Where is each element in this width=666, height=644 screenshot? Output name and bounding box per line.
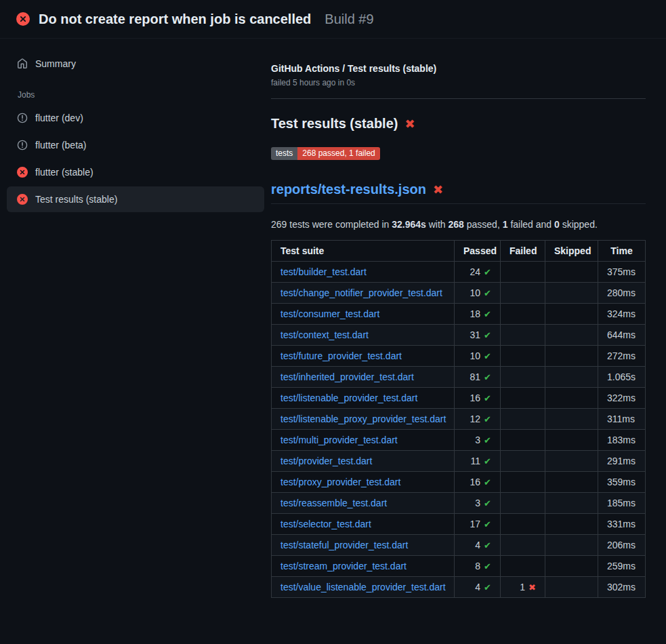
count-value: 10	[470, 350, 481, 361]
passed-cell: 31✔	[455, 325, 501, 346]
failed-cell	[501, 514, 545, 535]
run-header: Do not create report when job is cancell…	[0, 0, 666, 39]
time-cell: 259ms	[598, 556, 646, 577]
skipped-cell	[545, 493, 598, 514]
passed-cell: 10✔	[455, 346, 501, 367]
table-row: test/reassemble_test.dart3✔185ms	[272, 493, 646, 514]
failed-x-icon: ✖	[404, 118, 415, 130]
report-file-link[interactable]: reports/test-results.json	[271, 182, 426, 197]
count-value: 8	[475, 561, 480, 571]
table-row: test/consumer_test.dart18✔324ms	[272, 304, 646, 325]
skipped-cell	[545, 409, 598, 430]
check-icon: ✔	[484, 498, 491, 508]
failed-cell	[501, 472, 545, 493]
count-value: 3	[475, 435, 480, 445]
time-cell: 291ms	[598, 451, 646, 472]
check-icon: ✔	[484, 414, 491, 424]
passed-cell: 81✔	[455, 367, 501, 388]
count-value: 81	[470, 371, 481, 382]
test-suite-link[interactable]: test/inherited_provider_test.dart	[280, 371, 414, 382]
table-row: test/inherited_provider_test.dart81✔1.06…	[272, 367, 646, 388]
time-cell: 324ms	[598, 304, 646, 325]
summary-text: 269 tests were completed in	[271, 219, 392, 230]
count-value: 18	[470, 308, 481, 319]
skipped-cell	[545, 262, 598, 283]
check-icon: ✔	[484, 393, 491, 403]
test-suite-link[interactable]: test/provider_test.dart	[280, 456, 372, 466]
neutral-status-icon	[17, 113, 28, 123]
failed-cell	[501, 430, 545, 451]
sidebar-item-summary[interactable]: Summary	[7, 51, 264, 77]
build-number: Build #9	[325, 12, 373, 27]
jobs-sidebar: Summary Jobs flutter (dev) flutter (beta…	[0, 39, 271, 214]
failed-cell: 1✖	[501, 577, 545, 598]
suite-cell: test/multi_provider_test.dart	[272, 430, 455, 451]
passed-cell: 4✔	[455, 577, 501, 598]
test-suite-link[interactable]: test/selector_test.dart	[280, 519, 371, 529]
failed-x-icon: ✖	[433, 184, 443, 196]
passed-cell: 24✔	[455, 262, 501, 283]
passed-cell: 10✔	[455, 283, 501, 304]
test-suite-link[interactable]: test/builder_test.dart	[280, 266, 367, 277]
test-suite-link[interactable]: test/stream_provider_test.dart	[280, 561, 407, 571]
test-suite-link[interactable]: test/listenable_provider_test.dart	[280, 393, 417, 403]
suite-cell: test/selector_test.dart	[272, 514, 455, 535]
home-icon	[17, 58, 28, 69]
test-suite-link[interactable]: test/listenable_proxy_provider_test.dart	[280, 414, 446, 424]
test-summary-text: 269 tests were completed in 32.964s with…	[271, 219, 646, 230]
passed-cell: 3✔	[455, 493, 501, 514]
skipped-cell	[545, 283, 598, 304]
check-icon: ✔	[484, 372, 491, 382]
count-value: 16	[470, 477, 481, 487]
test-suite-link[interactable]: test/reassemble_test.dart	[280, 498, 387, 508]
test-results-table: Test suite Passed Failed Skipped Time te…	[271, 240, 646, 598]
check-icon: ✔	[484, 351, 491, 361]
count-value: 24	[470, 266, 481, 277]
suite-cell: test/future_provider_test.dart	[272, 346, 455, 367]
sidebar-item-flutter-dev[interactable]: flutter (dev)	[7, 105, 264, 131]
table-row: test/selector_test.dart17✔331ms	[272, 514, 646, 535]
sidebar-item-test-results-stable[interactable]: Test results (stable)	[7, 186, 264, 212]
test-suite-link[interactable]: test/stateful_provider_test.dart	[280, 540, 408, 550]
table-row: test/builder_test.dart24✔375ms	[272, 262, 646, 283]
table-row: test/provider_test.dart11✔291ms	[272, 451, 646, 472]
test-suite-link[interactable]: test/context_test.dart	[280, 329, 369, 340]
passed-cell: 8✔	[455, 556, 501, 577]
count-value: 10	[470, 287, 481, 298]
count-value: 31	[470, 329, 481, 340]
passed-cell: 16✔	[455, 388, 501, 409]
check-icon: ✔	[484, 456, 491, 466]
test-suite-link[interactable]: test/proxy_provider_test.dart	[280, 477, 400, 487]
summary-passed-count: 268	[449, 219, 464, 230]
sidebar-item-flutter-beta[interactable]: flutter (beta)	[7, 132, 264, 158]
time-cell: 183ms	[598, 430, 646, 451]
suite-cell: test/reassemble_test.dart	[272, 493, 455, 514]
check-icon: ✔	[484, 582, 491, 592]
test-suite-link[interactable]: test/change_notifier_provider_test.dart	[280, 287, 442, 298]
time-cell: 322ms	[598, 388, 646, 409]
table-row: test/change_notifier_provider_test.dart1…	[272, 283, 646, 304]
count-value: 16	[470, 393, 481, 403]
skipped-cell	[545, 325, 598, 346]
failed-cell	[501, 367, 545, 388]
test-suite-link[interactable]: test/consumer_test.dart	[280, 308, 379, 319]
run-title: Do not create report when job is cancell…	[39, 12, 311, 27]
passed-cell: 18✔	[455, 304, 501, 325]
passed-cell: 12✔	[455, 409, 501, 430]
test-suite-link[interactable]: test/multi_provider_test.dart	[280, 435, 398, 445]
sidebar-summary-label: Summary	[35, 58, 76, 69]
test-suite-link[interactable]: test/value_listenable_provider_test.dart	[280, 582, 446, 592]
job-label: Test results (stable)	[35, 194, 117, 205]
sidebar-item-flutter-stable[interactable]: flutter (stable)	[7, 159, 264, 185]
count-value: 4	[475, 582, 480, 592]
test-suite-link[interactable]: test/future_provider_test.dart	[280, 350, 402, 361]
time-cell: 359ms	[598, 472, 646, 493]
report-heading: reports/test-results.json ✖	[271, 182, 646, 204]
breadcrumb: GitHub Actions / Test results (stable)	[271, 63, 646, 74]
time-cell: 1.065s	[598, 367, 646, 388]
time-cell: 206ms	[598, 535, 646, 556]
suite-cell: test/provider_test.dart	[272, 451, 455, 472]
time-cell: 185ms	[598, 493, 646, 514]
suite-cell: test/proxy_provider_test.dart	[272, 472, 455, 493]
badge-value: 268 passed, 1 failed	[297, 147, 379, 160]
